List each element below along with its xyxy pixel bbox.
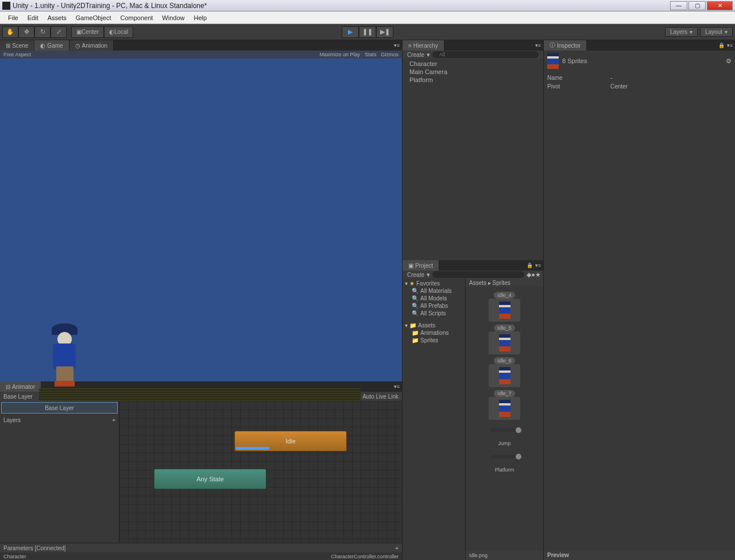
inspector-properties: Name- PivotCenter: [544, 71, 735, 93]
hierarchy-search[interactable]: [432, 51, 539, 58]
menu-help[interactable]: Help: [189, 13, 211, 22]
menu-edit[interactable]: Edit: [23, 13, 43, 22]
asset-item[interactable]: Jump: [488, 428, 522, 446]
animator-breadcrumb[interactable]: Base Layer: [3, 393, 33, 400]
tab-options-icon[interactable]: ▾≡: [535, 262, 541, 268]
hierarchy-item[interactable]: Platform: [406, 76, 540, 84]
hierarchy-create-button[interactable]: Create: [405, 52, 427, 58]
pause-button[interactable]: ❚❚: [359, 26, 376, 38]
layer-base[interactable]: Base Layer: [1, 402, 118, 414]
game-icon: ◐: [40, 43, 45, 49]
gizmos-dropdown[interactable]: Gizmos: [381, 52, 399, 57]
asset-item[interactable]: Idle_6: [488, 357, 522, 387]
favorite-item[interactable]: 🔍All Materials: [404, 287, 464, 295]
maximize-button[interactable]: ▢: [688, 1, 706, 10]
inspector-thumbnail: [547, 53, 559, 69]
state-any[interactable]: Any State: [154, 469, 266, 489]
tab-options-icon[interactable]: ▾≡: [394, 43, 400, 48]
maximize-on-play-toggle[interactable]: Maximize on Play: [319, 52, 360, 57]
folder-item[interactable]: 📁Sprites: [404, 337, 464, 344]
prop-label: Pivot: [547, 83, 610, 90]
add-parameter-button[interactable]: +: [395, 545, 399, 551]
project-create-button[interactable]: Create: [405, 272, 427, 278]
layers-dropdown[interactable]: Layers: [665, 27, 698, 37]
layout-dropdown[interactable]: Layout: [700, 27, 733, 37]
hierarchy-icon: ≡: [408, 43, 412, 49]
asset-item[interactable]: Platform: [488, 455, 522, 473]
layers-label: Layers: [3, 417, 21, 423]
window-title: Unity - 1.unity - Unity2DTraining - PC, …: [13, 2, 670, 10]
project-icon: ▣: [408, 262, 413, 269]
project-breadcrumb[interactable]: Assets ▸ Sprites: [466, 279, 543, 287]
favorite-item[interactable]: 🔍All Scripts: [404, 310, 464, 317]
move-tool[interactable]: ✥: [18, 26, 34, 38]
hierarchy-item[interactable]: Character: [406, 60, 540, 68]
rotate-tool[interactable]: ↻: [34, 26, 51, 38]
close-button[interactable]: ✕: [707, 1, 733, 10]
settings-icon[interactable]: ⚙: [726, 57, 732, 65]
lock-icon[interactable]: 🔒: [527, 262, 533, 268]
minimize-button[interactable]: —: [670, 1, 687, 10]
hierarchy-item[interactable]: Main Camera: [406, 68, 540, 76]
add-layer-button[interactable]: +: [112, 417, 115, 423]
prop-label: Name: [547, 75, 610, 81]
folder-icon: 📁: [412, 337, 419, 343]
favorites-folder[interactable]: ▾★Favorites: [404, 280, 464, 287]
tab-animator[interactable]: ⊟Animator: [0, 381, 41, 392]
tab-animation[interactable]: ◷Animation: [69, 40, 114, 51]
inspector-title: 8 Sprites: [562, 57, 587, 64]
prop-value: Center: [610, 83, 628, 90]
hand-tool[interactable]: ✋: [2, 26, 18, 38]
inspector-header: 8 Sprites ⚙: [544, 51, 735, 71]
tab-hierarchy[interactable]: ≡Hierarchy: [403, 40, 444, 51]
stats-toggle[interactable]: Stats: [365, 52, 377, 57]
scale-tool[interactable]: ⤢: [51, 26, 67, 38]
menubar: File Edit Assets GameObject Component Wi…: [0, 11, 735, 24]
tab-inspector[interactable]: ⓘInspector: [544, 40, 587, 51]
lock-icon[interactable]: 🔒: [718, 43, 725, 48]
parameters-label: Parameters [Connected]: [3, 545, 65, 551]
tab-scene[interactable]: ⊞Scene: [0, 40, 34, 51]
tab-options-icon[interactable]: ▾≡: [394, 384, 400, 389]
menu-component[interactable]: Component: [115, 13, 157, 22]
game-view: Free Aspect Maximize on Play Stats Gizmo…: [0, 51, 402, 381]
tab-project[interactable]: ▣Project: [403, 260, 439, 271]
project-search[interactable]: [432, 271, 524, 278]
folder-item[interactable]: 📁Animations: [404, 329, 464, 337]
pivot-center-toggle[interactable]: ▣ Center: [71, 26, 104, 38]
filter-icon[interactable]: ●: [531, 271, 535, 278]
filter-icon[interactable]: ★: [535, 271, 541, 279]
animator-graph[interactable]: Idle Any State: [119, 401, 402, 543]
step-button[interactable]: ▶❚: [376, 26, 393, 38]
tab-options-icon[interactable]: ▾≡: [535, 43, 541, 48]
menu-window[interactable]: Window: [157, 13, 189, 22]
animation-icon: ◷: [75, 43, 80, 49]
folder-icon: 📁: [412, 330, 419, 336]
animator-icon: ⊟: [6, 384, 10, 390]
menu-assets[interactable]: Assets: [43, 13, 71, 22]
asset-grid: Idle_4 Idle_5 Idle_6 Idle_7 Jump Platfor…: [466, 287, 543, 551]
menu-gameobject[interactable]: GameObject: [71, 13, 116, 22]
animator-panel: ⊟Animator ▾≡ Base Layer Auto Live Link B…: [0, 381, 402, 560]
tab-game[interactable]: ◐Game: [34, 40, 69, 51]
aspect-dropdown[interactable]: Free Aspect: [3, 52, 31, 57]
auto-live-link-toggle[interactable]: Auto Live Link: [362, 393, 399, 400]
asset-item[interactable]: Idle_5: [488, 324, 522, 354]
menu-file[interactable]: File: [3, 13, 23, 22]
tab-options-icon[interactable]: ▾≡: [727, 43, 733, 48]
asset-item[interactable]: Idle_4: [488, 291, 522, 322]
preview-panel-header[interactable]: Preview: [544, 551, 735, 560]
pivot-local-toggle[interactable]: ◐ Local: [104, 26, 133, 38]
favorite-item[interactable]: 🔍All Models: [404, 295, 464, 302]
play-button[interactable]: ▶: [342, 26, 359, 38]
unity-icon: [2, 2, 10, 10]
favorite-item[interactable]: 🔍All Prefabs: [404, 302, 464, 310]
asset-item[interactable]: Idle_7: [488, 389, 522, 420]
animator-target: Character: [3, 554, 26, 559]
filter-icon[interactable]: ◆: [527, 271, 531, 279]
hierarchy-list: Character Main Camera Platform: [403, 59, 543, 260]
state-progress-bar: [236, 447, 269, 450]
assets-folder[interactable]: ▾📁Assets: [404, 322, 464, 329]
animator-sidebar: Base Layer Layers+: [0, 401, 119, 543]
state-idle[interactable]: Idle: [234, 431, 347, 451]
